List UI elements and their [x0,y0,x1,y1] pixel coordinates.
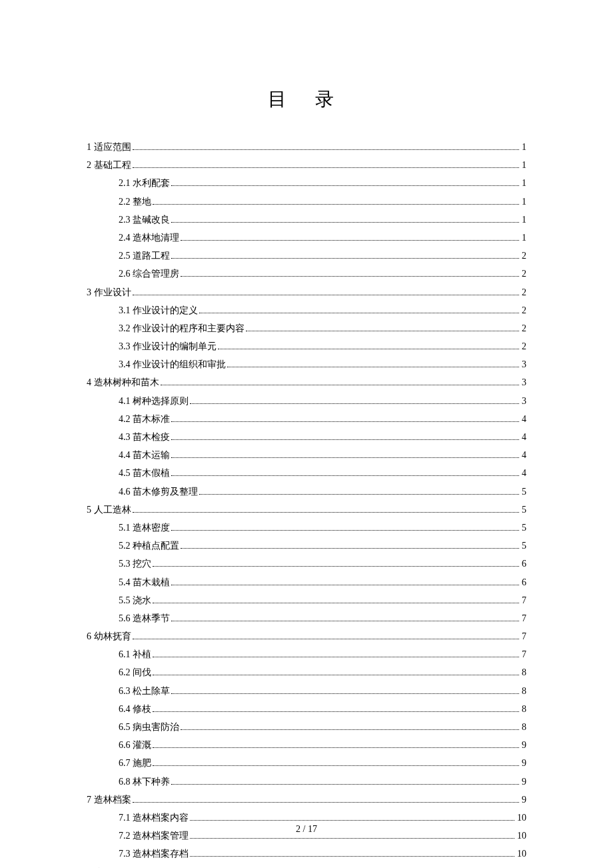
toc-page-number: 7 [522,592,526,609]
toc-label: 6.4 修枝 [119,701,151,717]
toc-leader-dots [190,856,514,857]
toc-label: 4.4 苗木运输 [119,447,170,463]
toc-leader-dots [171,457,519,458]
toc-label: 6.1 补植 [119,646,151,663]
toc-leader-dots [199,494,519,495]
toc-row: 2.5 道路工程2 [87,247,526,264]
toc-label: 3.2 作业设计的程序和主要内容 [119,320,245,337]
toc-label: 3.1 作业设计的定义 [119,302,198,319]
toc-leader-dots [133,149,520,150]
toc-page-number: 3 [522,356,526,373]
toc-page-number: 8 [522,683,526,699]
toc-label: 4.6 苗木修剪及整理 [119,483,198,500]
toc-label: 6.5 病虫害防治 [119,719,179,735]
toc-leader-dots [153,603,519,603]
toc-label: 6.2 间伐 [119,664,151,681]
toc-label: 4 造林树种和苗木 [87,374,159,391]
toc-page-number: 2 [522,302,526,319]
toc-leader-dots [218,349,519,349]
toc-leader-dots [171,784,519,785]
toc-row: 6.3 松土除草8 [87,683,526,699]
toc-leader-dots [133,512,520,513]
table-of-contents: 1 适应范围12 基础工程12.1 水利配套12.2 整地12.3 盐碱改良12… [87,139,526,868]
toc-page-number: 1 [522,229,526,246]
toc-row: 3.2 作业设计的程序和主要内容2 [87,320,526,337]
toc-row: 4.3 苗木检疫4 [87,429,526,445]
toc-label: 6.6 灌溉 [119,737,151,753]
toc-page-number: 4 [522,447,526,463]
toc-label: 6.8 林下种养 [119,773,170,790]
toc-page-number: 2 [522,284,526,301]
toc-page-number: 1 [522,211,526,228]
toc-row: 6 幼林抚育7 [87,628,526,645]
toc-page-number: 3 [522,393,526,409]
toc-page-number: 2 [522,247,526,264]
toc-page-number: 1 [522,193,526,210]
toc-row: 3.1 作业设计的定义2 [87,302,526,319]
toc-leader-dots [171,693,519,694]
toc-label: 4.1 树种选择原则 [119,393,189,409]
toc-label: 2.3 盐碱改良 [119,211,170,228]
toc-page-number: 5 [522,501,526,518]
toc-leader-dots [153,711,519,712]
toc-label: 2.5 道路工程 [119,247,170,264]
toc-page-number: 9 [522,737,526,753]
toc-page-number: 10 [517,845,526,862]
toc-leader-dots [153,675,519,675]
toc-row: 4.6 苗木修剪及整理5 [87,483,526,500]
toc-leader-dots [171,222,519,223]
toc-row: 3.4 作业设计的组织和审批3 [87,356,526,373]
toc-page-number: 9 [522,755,526,771]
toc-page-number: 1 [522,157,526,173]
toc-leader-dots [246,331,519,331]
toc-page-number: 4 [522,429,526,445]
page-footer: 2 / 17 [0,824,613,835]
toc-page-number: 6 [522,555,526,572]
toc-leader-dots [171,585,519,585]
toc-row: 2.6 综合管理房2 [87,265,526,282]
toc-label: 2.1 水利配套 [119,175,170,191]
toc-leader-dots [190,403,519,404]
toc-row: 1 适应范围1 [87,139,526,155]
toc-page-number: 7 [522,646,526,663]
toc-leader-dots [153,204,519,205]
toc-row: 2.4 造林地清理1 [87,229,526,246]
toc-leader-dots [181,729,519,730]
toc-page-number: 6 [522,574,526,591]
page-title: 目 录 [87,87,526,112]
toc-leader-dots [227,367,519,367]
toc-leader-dots [153,765,519,766]
toc-page-number: 5 [522,519,526,536]
toc-page-number: 8 [522,719,526,735]
toc-page-number: 9 [522,791,526,808]
toc-row: 7.3 造林档案存档10 [87,845,526,862]
toc-leader-dots [133,639,520,639]
toc-row: 4.4 苗木运输4 [87,447,526,463]
toc-label: 5.5 浇水 [119,592,151,609]
toc-row: 6.5 病虫害防治8 [87,719,526,735]
toc-label: 6.7 施肥 [119,755,151,771]
toc-leader-dots [153,566,519,567]
toc-page-number: 2 [522,265,526,282]
toc-page-number: 3 [522,374,526,391]
toc-leader-dots [181,276,519,277]
toc-row: 2 基础工程1 [87,157,526,173]
toc-row: 3 作业设计2 [87,284,526,301]
toc-label: 5.3 挖穴 [119,555,151,572]
toc-row: 7 造林档案9 [87,791,526,808]
toc-leader-dots [153,747,519,748]
toc-row: 5.5 浇水7 [87,592,526,609]
toc-label: 2.2 整地 [119,193,151,210]
toc-leader-dots [153,657,519,657]
toc-leader-dots [171,258,519,259]
toc-leader-dots [181,240,519,241]
toc-label: 5.6 造林季节 [119,610,170,627]
toc-label: 2 基础工程 [87,157,131,173]
toc-row: 6.7 施肥9 [87,755,526,771]
toc-row: 6.1 补植7 [87,646,526,663]
toc-leader-dots [133,802,520,803]
toc-label: 8 附则 [87,864,113,869]
toc-leader-dots [199,313,519,313]
toc-leader-dots [171,439,519,440]
toc-page-number: 2 [522,320,526,337]
